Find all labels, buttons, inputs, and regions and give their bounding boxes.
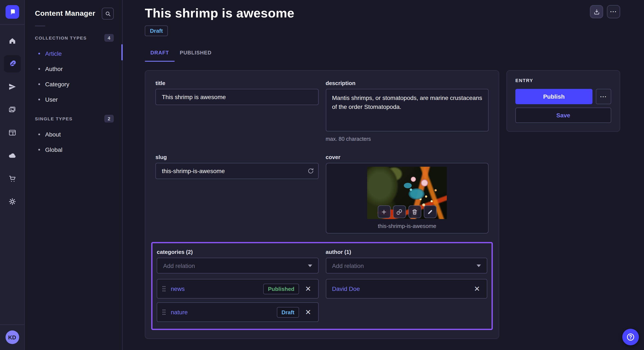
ellipsis-icon: ··· (600, 93, 607, 100)
relation-link[interactable]: David Doe (332, 285, 360, 292)
slug-label: slug (156, 154, 318, 160)
sidebar-item-label: Category (45, 81, 70, 88)
remove-relation-button[interactable]: ✕ (304, 284, 313, 293)
search-button[interactable] (102, 8, 114, 19)
drag-handle-icon[interactable] (162, 308, 166, 316)
description-textarea[interactable]: Mantis shrimps, or stomatopods, are mari… (326, 89, 488, 131)
edit-form-panel: title description Mantis shrimps, or sto… (145, 70, 499, 339)
cover-card: this-shrimp-is-awesome (326, 163, 488, 233)
chevron-down-icon (308, 264, 312, 269)
entry-more-button[interactable]: ··· (596, 89, 611, 104)
sidebar-item-category[interactable]: Category (32, 77, 116, 92)
author-add-relation-combobox[interactable]: Add relation (326, 258, 487, 273)
sidebar-divider (35, 25, 45, 26)
content-manager-sidebar: Content Manager COLLECTION TYPES 4 Artic… (25, 0, 123, 350)
categories-relation-list: news Published ✕ nature (157, 279, 318, 322)
field-description: description Mantis shrimps, or stomatopo… (326, 80, 488, 142)
sidebar-item-author[interactable]: Author (32, 61, 116, 77)
categories-label: categories (2) (157, 249, 318, 255)
download-button[interactable] (590, 5, 603, 18)
relation-link[interactable]: news (171, 285, 185, 292)
main-content: This shrimp is awesome Draft ··· DRAFT P… (123, 0, 644, 350)
drag-handle-icon[interactable] (162, 285, 166, 293)
single-types-list: About Global (32, 127, 116, 157)
strapi-logo[interactable] (5, 5, 19, 19)
description-label: description (326, 80, 488, 86)
link-icon (396, 209, 403, 215)
author-label: author (1) (326, 249, 487, 255)
ellipsis-icon: ··· (610, 8, 617, 15)
relation-link[interactable]: nature (171, 309, 188, 316)
author-field: author (1) Add relation David Doe ✕ (326, 249, 487, 322)
entry-panel-title: ENTRY (515, 78, 611, 83)
field-slug: slug (156, 154, 318, 179)
copy-link-button[interactable] (393, 205, 406, 218)
tab-published[interactable]: PUBLISHED (175, 47, 217, 62)
relation-row-nature: nature Draft ✕ (157, 302, 318, 322)
collection-types-count-badge: 4 (104, 34, 114, 42)
version-tabs: DRAFT PUBLISHED (145, 47, 620, 62)
sidebar-item-user[interactable]: User (32, 92, 116, 107)
sidebar-item-global[interactable]: Global (32, 142, 116, 157)
slug-input[interactable] (156, 163, 318, 179)
relations-section-highlighted: categories (2) Add relation news (151, 242, 493, 330)
logo-area (0, 0, 24, 25)
gear-icon[interactable] (4, 193, 21, 210)
images-icon[interactable] (4, 101, 21, 118)
bullet-icon (38, 53, 40, 54)
bullet-icon (38, 83, 40, 85)
sidebar-item-label: Global (45, 146, 62, 153)
remove-relation-button[interactable]: ✕ (472, 284, 482, 293)
title-input[interactable] (156, 89, 318, 105)
add-asset-button[interactable] (378, 205, 390, 218)
chevron-down-icon (476, 264, 481, 269)
pencil-icon (427, 209, 434, 215)
delete-asset-button[interactable] (408, 205, 421, 218)
publish-button[interactable]: Publish (515, 89, 592, 104)
sidebar-item-label: User (45, 96, 58, 103)
app-window: KD Content Manager COLLECTION TYPES 4 Ar… (0, 0, 644, 350)
edit-asset-button[interactable] (424, 205, 436, 218)
search-icon (104, 10, 111, 17)
sidebar-item-article[interactable]: Article (32, 46, 116, 61)
relation-row-news: news Published ✕ (157, 279, 318, 299)
send-icon[interactable] (4, 78, 21, 95)
cloud-icon[interactable] (4, 147, 21, 164)
layout-icon[interactable] (4, 124, 21, 141)
sidebar-item-about[interactable]: About (32, 127, 116, 142)
entry-panel: ENTRY Publish ··· Save (506, 70, 620, 132)
categories-field: categories (2) Add relation news (157, 249, 318, 322)
tab-draft[interactable]: DRAFT (145, 47, 175, 62)
more-options-button[interactable]: ··· (607, 5, 620, 18)
title-label: title (156, 80, 318, 86)
feather-icon[interactable] (4, 55, 21, 72)
relation-status-badge: Draft (277, 307, 299, 318)
question-mark-icon (626, 333, 635, 342)
combobox-placeholder: Add relation (163, 262, 195, 269)
home-icon[interactable] (4, 32, 21, 49)
collection-types-list: Article Author Category User (32, 46, 116, 107)
description-hint: max. 80 characters (326, 136, 488, 142)
bullet-icon (38, 68, 40, 70)
cover-toolbar (378, 205, 436, 218)
field-title: title (156, 80, 318, 105)
categories-add-relation-combobox[interactable]: Add relation (157, 258, 318, 273)
author-relation-list: David Doe ✕ (326, 279, 487, 299)
cover-filename: this-shrimp-is-awesome (330, 223, 485, 229)
remove-relation-button[interactable]: ✕ (304, 308, 313, 317)
avatar[interactable]: KD (5, 331, 19, 344)
sidebar-item-label: About (45, 131, 61, 138)
regenerate-slug-button[interactable] (307, 167, 314, 175)
trash-icon (412, 209, 418, 215)
rail-nav (4, 32, 21, 210)
combobox-placeholder: Add relation (332, 262, 364, 269)
bullet-icon (38, 134, 40, 135)
cover-label: cover (326, 154, 488, 160)
header-actions: ··· (590, 5, 620, 18)
help-button[interactable] (622, 329, 639, 345)
single-types-count-badge: 2 (104, 115, 114, 123)
refresh-icon (307, 167, 314, 175)
save-button[interactable]: Save (515, 108, 611, 123)
sidebar-title: Content Manager (35, 9, 96, 18)
cart-icon[interactable] (4, 170, 21, 187)
